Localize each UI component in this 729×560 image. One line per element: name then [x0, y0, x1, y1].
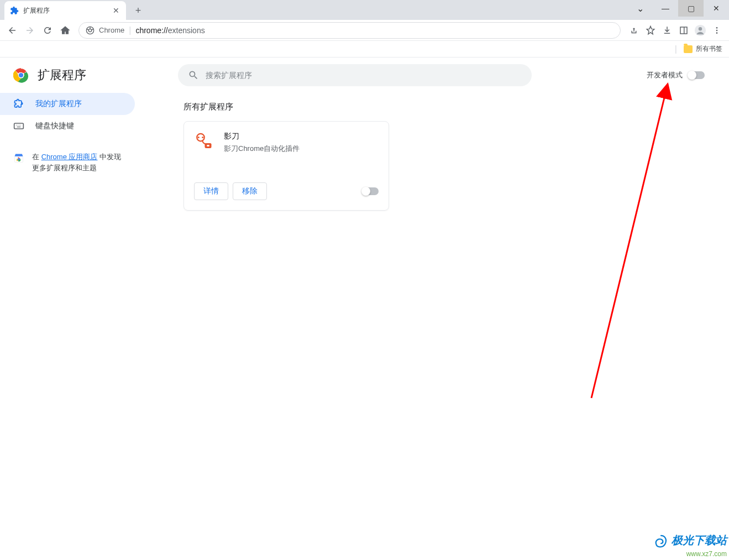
svg-point-17	[198, 137, 200, 138]
browser-tab[interactable]: 扩展程序 ✕	[4, 1, 126, 20]
extension-description: 影刀Chrome自动化插件	[224, 144, 379, 154]
watermark: 极光下载站 www.xz7.com	[653, 533, 727, 558]
tab-title: 扩展程序	[23, 6, 107, 15]
extension-name: 影刀	[224, 132, 379, 142]
developer-mode-toggle[interactable]	[688, 71, 705, 79]
search-icon	[188, 70, 199, 81]
remove-button[interactable]: 移除	[233, 182, 267, 200]
sidebar-promo: 在 Chrome 应用商店 中发现更多扩展程序和主题	[0, 143, 141, 182]
svg-rect-20	[207, 145, 209, 146]
all-bookmarks-link[interactable]: 所有书签	[696, 44, 722, 54]
svg-point-8	[716, 32, 718, 34]
forward-button[interactable]	[22, 23, 38, 38]
sidebar: 我的扩展程序 键盘快捷键 在 Chrome 应用商店 中发现更多扩展程序和主题	[0, 57, 141, 560]
tab-close-icon[interactable]: ✕	[112, 6, 120, 15]
sidebar-item-label: 键盘快捷键	[35, 121, 74, 131]
minimize-button[interactable]: —	[653, 0, 678, 17]
watermark-logo-icon	[653, 533, 669, 550]
browser-toolbar: Chrome | chrome://extensions	[0, 20, 729, 41]
sidebar-item-label: 我的扩展程序	[35, 99, 82, 109]
bookmark-star-icon[interactable]	[643, 23, 658, 38]
menu-icon[interactable]	[709, 23, 725, 38]
extension-icon	[10, 6, 19, 15]
chrome-icon	[86, 26, 95, 35]
address-separator: |	[129, 25, 131, 35]
tab-search-button[interactable]: ⌄	[627, 0, 653, 17]
bookmark-separator: |	[675, 44, 677, 54]
svg-point-5	[699, 27, 702, 30]
keyboard-icon	[13, 121, 24, 132]
search-box[interactable]	[178, 64, 532, 86]
new-tab-button[interactable]: +	[130, 3, 146, 18]
section-title: 所有扩展程序	[183, 102, 729, 112]
address-label: Chrome	[99, 26, 124, 34]
webstore-icon	[13, 153, 24, 164]
window-titlebar: 扩展程序 ✕ + ⌄ — ▢ ✕	[0, 0, 729, 20]
app-body: 我的扩展程序 键盘快捷键 在 Chrome 应用商店 中发现更多扩展程序和主题 …	[0, 57, 729, 560]
chrome-webstore-link[interactable]: Chrome 应用商店	[41, 153, 98, 161]
downloads-icon[interactable]	[659, 23, 675, 38]
svg-point-18	[202, 137, 203, 138]
search-input[interactable]	[206, 71, 522, 80]
details-button[interactable]: 详情	[194, 182, 228, 200]
svg-rect-12	[14, 123, 24, 129]
home-button[interactable]	[57, 23, 73, 38]
share-icon[interactable]	[626, 23, 642, 38]
side-panel-icon[interactable]	[676, 23, 691, 38]
sidebar-item-my-extensions[interactable]: 我的扩展程序	[0, 93, 135, 115]
reload-button[interactable]	[40, 23, 55, 38]
address-url: chrome://extensions	[135, 26, 204, 35]
promo-prefix: 在	[32, 153, 41, 161]
extension-app-icon	[194, 132, 214, 151]
address-bar[interactable]: Chrome | chrome://extensions	[78, 22, 621, 39]
profile-icon[interactable]	[693, 23, 708, 38]
extension-card: 影刀 影刀Chrome自动化插件 详情 移除	[183, 121, 389, 211]
puzzle-icon	[13, 98, 24, 109]
svg-point-6	[716, 27, 718, 29]
maximize-button[interactable]: ▢	[678, 0, 704, 17]
developer-mode-label: 开发者模式	[647, 70, 683, 80]
page-title: 扩展程序	[38, 67, 86, 83]
page-header: 扩展程序 开发者模式	[0, 57, 729, 93]
back-button[interactable]	[4, 23, 20, 38]
window-controls: ⌄ — ▢ ✕	[627, 0, 729, 17]
close-button[interactable]: ✕	[704, 0, 729, 17]
developer-mode: 开发者模式	[647, 70, 705, 80]
sidebar-item-shortcuts[interactable]: 键盘快捷键	[0, 115, 135, 137]
svg-point-1	[88, 29, 91, 32]
chrome-logo-icon	[13, 67, 29, 83]
bookmarks-bar: | 所有书签	[0, 41, 729, 57]
watermark-text: 极光下载站	[672, 534, 727, 546]
extension-toggle[interactable]	[362, 187, 379, 195]
svg-point-7	[716, 29, 718, 31]
watermark-url: www.xz7.com	[653, 550, 727, 558]
content-area: 所有扩展程序 影刀 影刀Chrome自动化插件	[141, 57, 729, 560]
folder-icon	[684, 45, 693, 53]
